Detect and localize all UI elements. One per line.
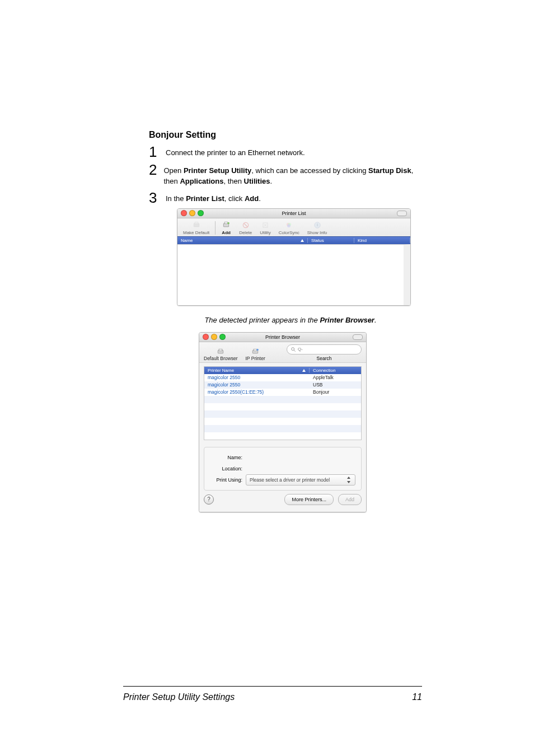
text: . — [270, 177, 273, 185]
close-icon[interactable] — [181, 210, 187, 216]
step-number: 1 — [149, 144, 159, 159]
tab-ip-printer[interactable]: IP Printer — [245, 348, 265, 361]
titlebar: Printer Browser — [199, 333, 366, 342]
section-title: Bonjour Setting — [149, 130, 416, 140]
step-number: 2 — [149, 162, 157, 177]
step-number: 3 — [149, 190, 159, 205]
location-label: Location: — [210, 466, 242, 472]
col-kind[interactable]: Kind — [354, 238, 410, 243]
label: Search — [317, 356, 332, 361]
form-row-name: Name: — [210, 452, 355, 463]
utility-button[interactable]: Utility — [256, 220, 274, 236]
tab-default-browser[interactable]: Default Browser — [204, 348, 237, 361]
col-printer-name[interactable]: Printer Name — [204, 368, 309, 373]
toolbar: Default Browser IP Printer Q- Search — [199, 342, 366, 363]
page: Bonjour Setting 1 Connect the printer to… — [0, 0, 534, 756]
printer-ip-icon — [251, 348, 260, 356]
label: Delete — [239, 230, 252, 235]
step-3: 3 In the Printer List, click Add. — [149, 190, 416, 205]
traffic-lights — [199, 334, 226, 340]
minimize-icon[interactable] — [211, 334, 217, 340]
cell-name: magicolor 2550(C1:EE:75) — [204, 389, 310, 395]
show-info-button[interactable]: i Show Info — [304, 220, 331, 236]
svg-rect-16 — [254, 349, 257, 351]
form-panel: Name: Location: Print Using: Please sele… — [204, 447, 362, 491]
window-title: Printer List — [177, 211, 410, 216]
table-row[interactable]: magicolor 2550 USB — [204, 381, 361, 389]
form-row-print-using: Print Using: Please select a driver or p… — [210, 474, 355, 486]
colorsync-button[interactable]: ColorSync — [275, 220, 303, 236]
close-icon[interactable] — [203, 334, 209, 340]
col-connection[interactable]: Connection — [309, 368, 361, 373]
text: , then — [223, 177, 243, 185]
delete-button[interactable]: Delete — [236, 220, 255, 236]
make-default-button[interactable]: Make Default — [180, 220, 213, 236]
add-button[interactable]: Add — [338, 494, 362, 505]
table-rows: magicolor 2550 AppleTalk magicolor 2550 … — [204, 374, 361, 440]
table-row[interactable]: magicolor 2550(C1:EE:75) Bonjour — [204, 389, 361, 396]
svg-point-4 — [227, 222, 229, 224]
svg-rect-0 — [194, 223, 199, 227]
print-using-label: Print Using: — [210, 477, 242, 483]
table-row: .. — [204, 410, 361, 418]
cell-conn: AppleTalk — [310, 375, 361, 380]
svg-rect-3 — [224, 222, 228, 223]
text: . — [374, 316, 377, 324]
svg-rect-14 — [219, 349, 222, 351]
table-header: Printer Name Connection — [204, 367, 361, 374]
column-headers: Name Status Kind — [177, 236, 410, 244]
name-label: Name: — [210, 455, 242, 460]
label: IP Printer — [245, 356, 265, 361]
toolbar: Make Default Add Delete Utility — [177, 218, 410, 236]
minimize-icon[interactable] — [189, 210, 195, 216]
more-printers-button[interactable]: More Printers... — [284, 494, 334, 505]
label: Make Default — [183, 230, 209, 235]
table-row: .. — [204, 418, 361, 425]
step-2: 2 Open Printer Setup Utility, which can … — [149, 162, 416, 187]
footer-title: Printer Setup Utility Settings — [123, 692, 235, 702]
printer-icon — [216, 348, 225, 356]
table-row: .. — [204, 396, 361, 403]
text-bold: Printer Setup Utility — [184, 166, 251, 175]
printer-list-body[interactable] — [177, 244, 410, 305]
help-button[interactable]: ? — [204, 494, 214, 505]
delete-icon — [241, 221, 251, 230]
text: . — [259, 194, 261, 203]
text: In the — [166, 194, 186, 203]
table-row[interactable]: magicolor 2550 AppleTalk — [204, 374, 361, 381]
step-text: Connect the printer to an Ethernet netwo… — [166, 144, 305, 158]
toolbar-toggle-icon[interactable] — [353, 334, 363, 340]
search-input[interactable]: Q- — [287, 344, 362, 354]
step-text: Open Printer Setup Utility, which can be… — [163, 162, 416, 187]
table-row: .. — [204, 425, 361, 432]
zoom-icon[interactable] — [219, 334, 226, 340]
col-name[interactable]: Name — [177, 238, 308, 243]
text: Open — [163, 166, 183, 175]
printer-browser-window: Printer Browser Default Browser IP Print… — [199, 332, 367, 512]
add-button[interactable]: Add — [218, 220, 235, 236]
browser-body: Printer Name Connection magicolor 2550 A… — [199, 363, 366, 512]
print-using-select[interactable]: Please select a driver or printer model — [246, 474, 355, 486]
traffic-lights — [177, 210, 204, 216]
label: Add — [222, 230, 231, 235]
zoom-icon[interactable] — [198, 210, 204, 216]
cell-name: magicolor 2550 — [204, 375, 310, 380]
col-status[interactable]: Status — [308, 238, 354, 243]
toolbar-toggle-icon[interactable] — [397, 211, 407, 216]
step-1: 1 Connect the printer to an Ethernet net… — [149, 144, 416, 159]
text: , which can be accessed by clicking — [251, 166, 368, 175]
text: , click — [224, 194, 245, 203]
printer-table: Printer Name Connection magicolor 2550 A… — [204, 366, 362, 440]
label: Utility — [260, 230, 271, 235]
select-value: Please select a driver or printer model — [250, 477, 330, 483]
page-number: 11 — [412, 692, 422, 702]
separator — [215, 221, 216, 235]
titlebar: Printer List — [177, 209, 410, 218]
cell-name: magicolor 2550 — [204, 382, 310, 388]
svg-point-10 — [287, 224, 291, 227]
svg-point-18 — [292, 347, 294, 350]
printer-default-icon — [191, 221, 202, 230]
info-icon: i — [312, 221, 322, 230]
search-icon — [291, 347, 296, 352]
text-bold: Utilities — [244, 177, 270, 185]
